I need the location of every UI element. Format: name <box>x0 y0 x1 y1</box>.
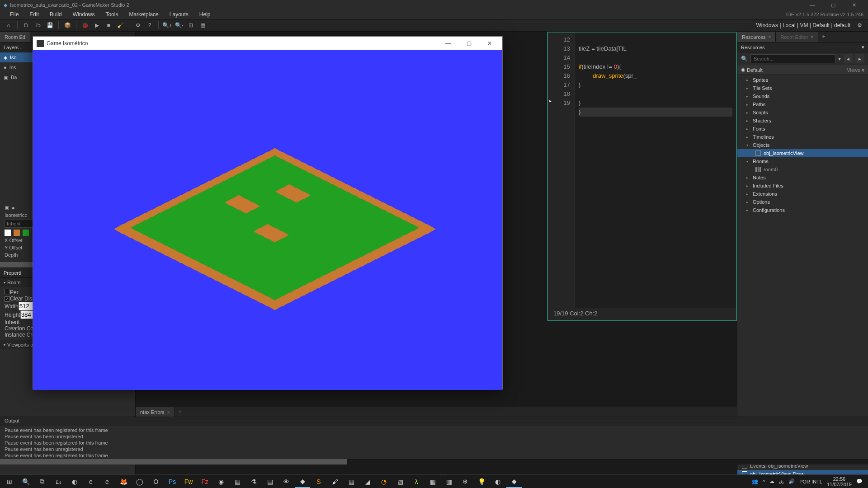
target-config[interactable]: Windows | Local | VM | Default | default <box>756 22 850 28</box>
docks-icon[interactable]: ▦ <box>197 20 208 31</box>
folder-scripts[interactable]: Scripts <box>737 108 868 117</box>
home-icon[interactable]: ⌂ <box>3 20 14 31</box>
tab-room-editor-right[interactable]: Room Editor× <box>776 32 818 42</box>
app-icon[interactable]: ▦ <box>425 475 440 488</box>
folder-objects[interactable]: Objects <box>737 141 868 149</box>
system-tray[interactable]: 👥 ^ ☁ 🖧 🔊 POR INTL 22:5611/07/2019 💬 <box>752 476 866 487</box>
resource-room0[interactable]: room0 <box>737 165 868 174</box>
menu-tools[interactable]: Tools <box>100 10 123 19</box>
photoshop-icon[interactable]: Ps <box>165 475 180 488</box>
add-tab-button[interactable]: + <box>818 32 829 42</box>
debug-icon[interactable]: 🐞 <box>80 20 90 31</box>
app-icon[interactable]: 👁 <box>278 475 294 488</box>
app-icon[interactable]: λ <box>409 475 424 488</box>
tray-network-icon[interactable]: 🖧 <box>779 479 784 484</box>
app-icon[interactable]: ▧ <box>392 475 408 488</box>
tab-resources[interactable]: Resources× <box>737 32 776 42</box>
start-button[interactable]: ⊞ <box>2 475 17 488</box>
opera-icon[interactable]: O <box>148 475 164 488</box>
views-label[interactable]: Views <box>847 67 860 73</box>
folder-rooms[interactable]: Rooms <box>737 157 868 165</box>
code-body[interactable]: tileZ = tileData[TIL if(tileIndex != 0){… <box>575 33 736 320</box>
tray-up-icon[interactable]: ^ <box>763 479 765 484</box>
folder-fonts[interactable]: Fonts <box>737 125 868 133</box>
swatch-white[interactable] <box>5 230 11 236</box>
close-button[interactable]: ✕ <box>844 0 864 10</box>
layer-visible-icon[interactable]: ● <box>12 205 15 211</box>
folder-options[interactable]: Options <box>737 198 868 206</box>
clear-buffer-checkbox[interactable]: ✓ <box>5 296 10 302</box>
output-body[interactable]: Pause event has been registered for this… <box>0 426 868 459</box>
next-button[interactable]: ► <box>855 54 864 63</box>
app-icon[interactable]: ▦ <box>344 475 359 488</box>
app-icon[interactable]: ◉ <box>213 475 229 488</box>
steam-icon[interactable]: ◐ <box>67 475 82 488</box>
app-icon[interactable]: 💡 <box>474 475 489 488</box>
app-icon[interactable]: ▤ <box>262 475 278 488</box>
close-icon[interactable]: × <box>167 410 170 415</box>
edge-icon[interactable]: e <box>99 475 115 488</box>
folder-extensions[interactable]: Extensions <box>737 190 868 198</box>
app-icon[interactable]: ❄ <box>458 475 473 488</box>
fireworks-icon[interactable]: Fw <box>181 475 196 488</box>
gamemaker-icon[interactable]: ◆ <box>295 475 310 488</box>
menu-icon[interactable]: ≡ <box>862 67 864 73</box>
maximize-button[interactable]: ▢ <box>823 0 844 10</box>
close-icon[interactable]: × <box>769 34 771 39</box>
app-icon[interactable]: ▥ <box>441 475 457 488</box>
breakpoint-cursor[interactable]: ▸ <box>549 98 552 104</box>
menu-windows[interactable]: Windows <box>67 10 100 19</box>
default-view[interactable]: ◉ Default Views ≡ <box>737 65 868 75</box>
folder-notes[interactable]: Notes <box>737 174 868 182</box>
app-icon[interactable]: ▦ <box>230 475 245 488</box>
tray-clock[interactable]: 22:5611/07/2019 <box>827 476 852 487</box>
game-minimize-button[interactable]: — <box>439 40 457 47</box>
help-icon[interactable]: ? <box>144 20 155 31</box>
menu-marketplace[interactable]: Marketplace <box>123 10 164 19</box>
swatch-orange[interactable] <box>14 230 20 236</box>
create-exe-icon[interactable]: 📦 <box>62 20 73 31</box>
search-input[interactable] <box>750 54 835 63</box>
folder-sprites[interactable]: Sprites <box>737 76 868 84</box>
close-icon[interactable]: × <box>811 34 814 39</box>
resource-obj-isometricview[interactable]: obj_isometricView <box>737 149 868 157</box>
menu-help[interactable]: Help <box>194 10 216 19</box>
app-icon[interactable]: ⚗ <box>246 475 261 488</box>
game-maximize-button[interactable]: ▢ <box>460 40 478 47</box>
blender-icon[interactable]: ◔ <box>376 475 392 488</box>
save-icon[interactable]: 💾 <box>44 20 55 31</box>
eclipse-icon[interactable]: ◐ <box>490 475 505 488</box>
prev-button[interactable]: ◄ <box>844 54 853 63</box>
minimize-button[interactable]: — <box>802 0 823 10</box>
folder-sounds[interactable]: Sounds <box>737 92 868 100</box>
tray-language[interactable]: POR INTL <box>799 479 822 484</box>
game-close-button[interactable]: ✕ <box>481 40 499 47</box>
taskview-icon[interactable]: ⧉ <box>34 475 50 488</box>
zoom-in-icon[interactable]: 🔍+ <box>162 20 173 31</box>
firefox-icon[interactable]: 🦊 <box>116 475 131 488</box>
unity-icon[interactable]: ◢ <box>360 475 375 488</box>
game-titlebar[interactable]: Game Isométrico — ▢ ✕ <box>33 37 502 50</box>
explorer-icon[interactable]: 🗂 <box>51 475 66 488</box>
folder-timelines[interactable]: Timelines <box>737 133 868 141</box>
persistent-checkbox[interactable] <box>5 289 10 294</box>
target-settings-icon[interactable]: ⚙ <box>854 20 865 31</box>
gamemaker-running-icon[interactable]: ◆ <box>506 475 522 488</box>
clean-icon[interactable]: 🧹 <box>115 20 126 31</box>
settings-icon[interactable]: ⚙ <box>132 20 143 31</box>
new-project-icon[interactable]: 🗋 <box>21 20 32 31</box>
run-icon[interactable]: ▶ <box>91 20 102 31</box>
folder-tilesets[interactable]: Tile Sets <box>737 84 868 92</box>
menu-build[interactable]: Build <box>44 10 67 19</box>
zoom-out-icon[interactable]: 🔍- <box>174 20 184 31</box>
folder-shaders[interactable]: Shaders <box>737 117 868 125</box>
tab-syntax-errors[interactable]: ntax Errors× <box>136 407 175 417</box>
menu-edit[interactable]: Edit <box>24 10 44 19</box>
tab-room-editor[interactable]: Room Ed <box>0 32 30 42</box>
dropdown-icon[interactable]: ▾ <box>862 44 864 50</box>
sublime-icon[interactable]: S <box>311 475 326 488</box>
folder-included[interactable]: Included Files <box>737 182 868 190</box>
tray-people-icon[interactable]: 👥 <box>752 479 758 484</box>
search-icon[interactable]: 🔍 <box>18 475 33 488</box>
layer-toggle-icon[interactable]: ▣ <box>5 205 9 211</box>
